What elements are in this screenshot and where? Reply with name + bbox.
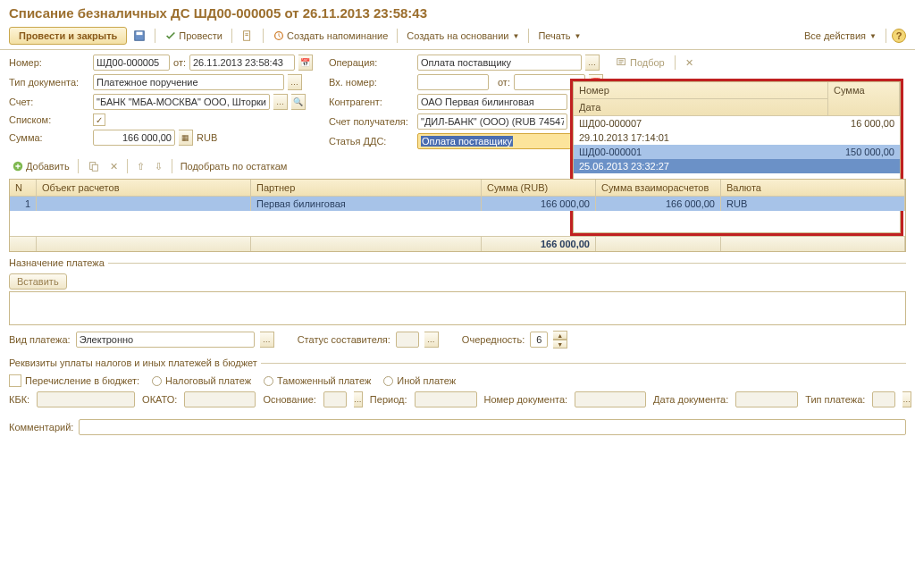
date-picker-icon[interactable]: 📅 (298, 55, 313, 71)
submit-close-button[interactable]: Провести и закрыть (9, 27, 127, 45)
doctype-select-icon[interactable]: … (288, 74, 302, 90)
svg-rect-4 (245, 35, 248, 36)
payment-type-label: Вид платежа: (9, 334, 71, 345)
grid-col-n[interactable]: N (10, 180, 37, 196)
kbk-label: КБК: (9, 394, 29, 405)
kbk-input[interactable] (37, 391, 135, 407)
basis-input[interactable] (323, 391, 347, 407)
basis-label: Основание: (263, 394, 315, 405)
dds-label: Статья ДДС: (329, 136, 414, 147)
purpose-label: Назначение платежа (9, 257, 105, 268)
doctype-label: Тип документа: (9, 77, 89, 88)
to-budget-label: Перечисление в бюджет: (25, 375, 139, 386)
grid-col-sum[interactable]: Сумма (RUB) (482, 180, 596, 196)
pick-rest-button[interactable]: Подобрать по остаткам (178, 159, 290, 173)
copy-icon[interactable] (84, 158, 104, 174)
delete-link-icon[interactable]: ✕ (682, 55, 697, 71)
docdate-input[interactable] (735, 391, 798, 407)
contractor-input[interactable] (417, 94, 567, 110)
pick-button[interactable]: Подбор (612, 55, 668, 71)
priority-label: Очередность: (462, 334, 525, 345)
popup-header: Номер Дата Сумма (574, 82, 900, 116)
operation-input[interactable] (417, 55, 582, 71)
sum-input[interactable] (93, 130, 175, 146)
create-reminder-button[interactable]: Создать напоминание (269, 28, 391, 44)
recipient-acc-input[interactable] (417, 113, 567, 130)
page-title: Списание безналичных ДС ШД00-000005 от 2… (0, 0, 915, 24)
all-actions-button[interactable]: Все действия▼ (801, 29, 880, 43)
popup-col-sum[interactable]: Сумма (828, 82, 900, 116)
popup-col-num[interactable]: Номер (574, 82, 828, 99)
operation-label: Операция: (329, 57, 414, 68)
delete-icon[interactable]: ✕ (106, 159, 122, 174)
dds-input[interactable]: Оплата поставщику (417, 133, 582, 149)
priority-down-icon[interactable]: ▼ (553, 340, 567, 349)
period-input[interactable] (415, 391, 477, 407)
grid-row[interactable]: 1 Первая билинговая 166 000,00 166 000,0… (10, 197, 905, 211)
comment-input[interactable] (79, 419, 906, 435)
date-input[interactable] (189, 55, 295, 71)
ext-from-label: от: (498, 77, 510, 88)
paytype-select-icon[interactable]: … (260, 332, 274, 348)
recipient-acc-label: Счет получателя: (329, 116, 414, 127)
create-based-button[interactable]: Создать на основании▼ (403, 29, 523, 43)
svg-rect-9 (92, 164, 97, 171)
customs-radio[interactable] (264, 376, 273, 386)
popup-row-selected[interactable]: ШД00-000001 150 000,00 25.06.2013 23:32:… (574, 145, 900, 173)
paytype-input[interactable] (872, 391, 895, 407)
other-radio[interactable] (383, 376, 393, 386)
contractor-label: Контрагент: (329, 97, 414, 107)
grid-col-partner[interactable]: Партнер (251, 180, 482, 196)
from-label: от: (173, 57, 186, 68)
paytype-label: Тип платежа: (805, 394, 865, 405)
tax-radio[interactable] (152, 376, 162, 386)
help-icon[interactable]: ? (892, 29, 906, 43)
move-down-icon[interactable]: ⇩ (151, 159, 166, 174)
add-button[interactable]: Добавить (9, 158, 72, 174)
grid-col-curr[interactable]: Валюта (721, 180, 905, 196)
ext-num-input[interactable] (417, 74, 489, 90)
status-input[interactable] (396, 332, 419, 348)
number-input[interactable] (93, 55, 170, 71)
to-budget-checkbox[interactable] (9, 374, 21, 387)
sum-calc-icon[interactable]: ▦ (179, 130, 193, 146)
svg-rect-3 (245, 33, 248, 34)
okato-label: ОКАТО: (142, 394, 177, 405)
account-input[interactable] (93, 94, 270, 110)
okato-input[interactable] (184, 391, 256, 407)
popup-row[interactable]: ШД00-000007 16 000,00 29.10.2013 17:14:0… (574, 116, 900, 145)
insert-button[interactable]: Вставить (9, 273, 67, 290)
doc-icon[interactable] (238, 28, 257, 44)
paytype2-select-icon[interactable]: … (902, 391, 911, 407)
budget-title: Реквизиты уплаты налогов и иных платежей… (9, 357, 257, 368)
submit-button[interactable]: Провести (161, 28, 226, 44)
grid-col-obj[interactable]: Объект расчетов (37, 180, 251, 196)
docdate-label: Дата документа: (653, 394, 728, 405)
account-open-icon[interactable]: 🔍 (291, 94, 306, 110)
priority-input[interactable] (530, 332, 548, 348)
grid-footer: 166 000,00 (10, 236, 905, 251)
other-label: Иной платеж (397, 375, 456, 386)
list-checkbox[interactable]: ✓ (93, 113, 105, 126)
move-up-icon[interactable]: ⇧ (133, 159, 148, 174)
status-select-icon[interactable]: … (424, 332, 439, 348)
currency-label: RUB (197, 132, 217, 143)
account-select-icon[interactable]: … (273, 94, 288, 110)
print-button[interactable]: Печать▼ (534, 29, 584, 43)
priority-up-icon[interactable]: ▲ (553, 331, 567, 340)
doctype-input[interactable] (93, 74, 284, 90)
svg-rect-1 (137, 32, 143, 36)
docnum-input[interactable] (575, 391, 646, 407)
operation-select-icon[interactable]: … (585, 55, 600, 71)
popup-col-date[interactable]: Дата (574, 99, 828, 116)
items-grid: N Объект расчетов Партнер Сумма (RUB) Су… (9, 179, 906, 252)
period-label: Период: (370, 394, 407, 405)
save-icon[interactable] (130, 28, 149, 44)
ext-num-label: Вх. номер: (329, 77, 414, 88)
payment-type-input[interactable] (76, 332, 255, 348)
status-label: Статус составителя: (298, 334, 390, 345)
grid-col-mutual[interactable]: Сумма взаиморасчетов (596, 180, 721, 196)
docnum-label: Номер документа: (484, 394, 568, 405)
purpose-textarea[interactable] (9, 291, 906, 325)
basis-select-icon[interactable]: … (354, 391, 363, 407)
